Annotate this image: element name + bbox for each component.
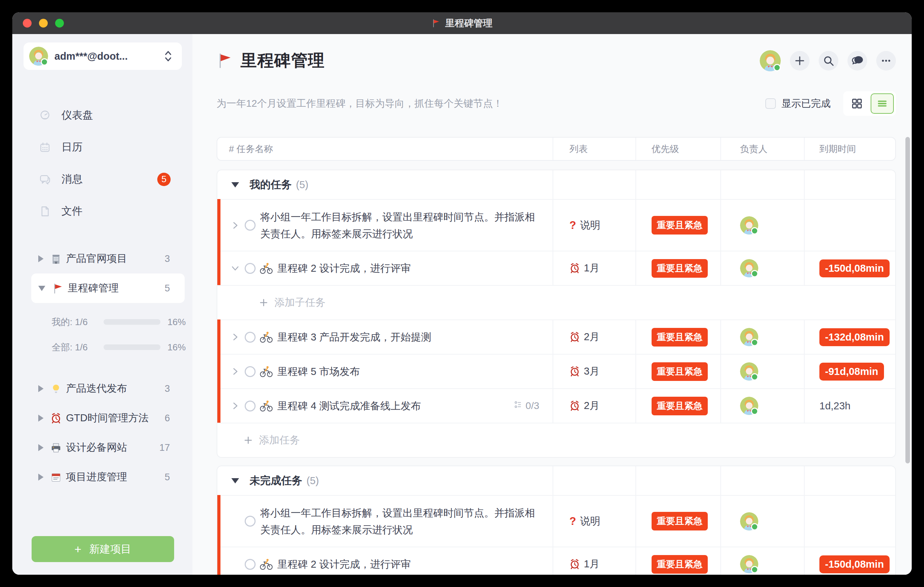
list-label: 说明 [580, 218, 600, 232]
priority-tag: 重要且紧急 [652, 555, 708, 574]
task-complete-circle[interactable] [245, 263, 256, 274]
sidebar-project-item[interactable]: 产品官网项目 3 [31, 244, 185, 274]
sidebar-project-item[interactable]: GTD时间管理方法 6 [31, 403, 185, 433]
task-complete-circle[interactable] [245, 220, 256, 231]
account-name: adm***@doot... [54, 51, 163, 62]
sidebar-menu-item[interactable]: 消息 5 [12, 163, 192, 195]
alarm-clock-icon [569, 263, 580, 274]
task-complete-circle[interactable] [245, 559, 256, 570]
bulb-emoji-icon [51, 383, 61, 394]
collapse-triangle-icon[interactable] [38, 286, 45, 291]
close-button[interactable] [23, 19, 31, 28]
traffic-lights [23, 19, 64, 28]
progress-label: 全部: 1/6 [51, 341, 101, 353]
collapse-triangle-icon[interactable] [38, 255, 43, 262]
collapse-triangle-icon[interactable] [38, 444, 43, 451]
page-title: 里程碑管理 [241, 49, 325, 72]
task-group-header[interactable]: 未完成任务 (5) [217, 466, 895, 495]
expand-chevron-icon[interactable] [231, 401, 240, 411]
red-flag-icon [216, 53, 233, 69]
more-button[interactable] [876, 51, 896, 71]
grid-view-button[interactable] [845, 93, 868, 114]
zoom-button[interactable] [55, 19, 64, 28]
sidebar-project-item[interactable]: 里程碑管理 5 [31, 274, 185, 303]
chat-button[interactable] [848, 51, 867, 71]
sidebar-project-item[interactable]: 产品迭代发布 3 [31, 374, 185, 403]
plus-icon: + [74, 542, 81, 556]
window-title-text: 里程碑管理 [445, 17, 493, 30]
list-view-button[interactable] [871, 93, 894, 114]
collapse-triangle-icon[interactable] [38, 473, 43, 481]
task-complete-circle[interactable] [245, 332, 256, 343]
list-label: 说明 [580, 514, 600, 528]
user-avatar[interactable] [760, 50, 781, 71]
show-completed-checkbox[interactable] [765, 98, 776, 109]
task-title: 里程碑 2 设计完成，进行评审 [277, 556, 411, 572]
task-row[interactable]: 里程碑 2 设计完成，进行评审 1月 重要且紧急 -150d,08min [217, 547, 895, 575]
minimize-button[interactable] [39, 19, 48, 28]
project-count: 3 [165, 383, 170, 394]
add-button[interactable] [790, 51, 810, 71]
sidebar-menu: 仪表盘 日历 消息 5 文件 [12, 99, 192, 227]
new-project-label: 新建项目 [89, 542, 131, 556]
menu-label: 仪表盘 [61, 108, 93, 122]
new-project-button[interactable]: + 新建项目 [31, 536, 174, 562]
titlebar[interactable]: 里程碑管理 [12, 12, 912, 34]
task-row[interactable]: 将小组一年工作目标拆解，设置出里程碑时间节点。并指派相关责任人。用标签来展示进行… [217, 495, 895, 547]
subtask-tree-icon [514, 400, 522, 411]
collapse-triangle-icon[interactable] [231, 478, 239, 483]
expand-chevron-icon[interactable] [231, 264, 240, 273]
project-count: 5 [165, 283, 170, 294]
task-group: 我的任务 (5) 将小组一年工作目标拆解，设置出里程碑时间节点。并指派相关责任人… [216, 170, 896, 458]
project-count: 17 [159, 442, 170, 453]
sidebar-project-item[interactable]: 设计必备网站 17 [31, 433, 185, 462]
column-header: 列表 [553, 138, 635, 160]
collapse-triangle-icon[interactable] [38, 415, 43, 422]
add-task-row[interactable]: 添加任务 [217, 423, 895, 457]
task-row[interactable]: 里程碑 3 产品开发完成，开始提测 2月 重要且紧急 -132d,08min [217, 320, 895, 354]
file-icon [39, 205, 51, 217]
task-row[interactable]: 里程碑 2 设计完成，进行评审 1月 重要且紧急 -150d,08min [217, 251, 895, 285]
task-complete-circle[interactable] [245, 401, 256, 411]
expand-chevron-icon[interactable] [231, 221, 240, 230]
red-flag-emoji-icon [52, 283, 63, 294]
due-time: -150d,08min [819, 259, 889, 277]
project-label: 产品迭代发布 [66, 382, 127, 396]
cyclist-icon [260, 331, 273, 343]
task-complete-circle[interactable] [245, 516, 256, 527]
progress-bar [104, 345, 160, 350]
sidebar-menu-item[interactable]: 仪表盘 [12, 99, 192, 131]
collapse-triangle-icon[interactable] [231, 182, 239, 188]
priority-tag: 重要且紧急 [652, 397, 708, 416]
notification-badge: 5 [157, 173, 171, 186]
task-group-header[interactable]: 我的任务 (5) [217, 170, 895, 199]
sidebar-menu-item[interactable]: 文件 [12, 195, 192, 227]
task-row[interactable]: 将小组一年工作目标拆解，设置出里程碑时间节点。并指派相关责任人。用标签来展示进行… [217, 199, 895, 251]
add-task-row[interactable]: 添加子任务 [217, 285, 895, 320]
task-complete-circle[interactable] [245, 366, 256, 377]
project-progress: 我的: 1/6 16% 全部: 1/6 16% [12, 303, 192, 360]
cyclist-icon [260, 400, 273, 412]
expand-chevron-icon[interactable] [231, 517, 240, 526]
scrollbar-thumb[interactable] [906, 137, 910, 463]
priority-tag: 重要且紧急 [652, 216, 708, 234]
account-switcher[interactable]: adm***@doot... [23, 43, 182, 70]
expand-chevron-icon[interactable] [231, 367, 240, 376]
add-task-label: 添加子任务 [274, 295, 325, 310]
tearoff-calendar-emoji-icon [51, 472, 61, 483]
project-label: GTD时间管理方法 [66, 411, 148, 425]
dashboard-gauge-icon [39, 110, 51, 122]
assignee-avatar [740, 259, 758, 277]
sidebar-project-item[interactable]: 项目进度管理 5 [31, 462, 185, 492]
due-time: 1d,23h [819, 400, 851, 412]
search-button[interactable] [819, 51, 838, 71]
sidebar-menu-item[interactable]: 日历 [12, 131, 192, 163]
task-title: 里程碑 4 测试完成准备线上发布 [277, 397, 421, 414]
expand-chevron-icon[interactable] [231, 560, 240, 569]
assignee-avatar [740, 328, 758, 346]
task-row[interactable]: 里程碑 4 测试完成准备线上发布 0/3 2月 重要且紧急 1d,23h [217, 388, 895, 423]
collapse-triangle-icon[interactable] [38, 385, 43, 392]
up-down-chevron-icon [163, 49, 173, 63]
expand-chevron-icon[interactable] [231, 333, 240, 341]
task-row[interactable]: 里程碑 5 市场发布 3月 重要且紧急 -91d,08min [217, 354, 895, 388]
